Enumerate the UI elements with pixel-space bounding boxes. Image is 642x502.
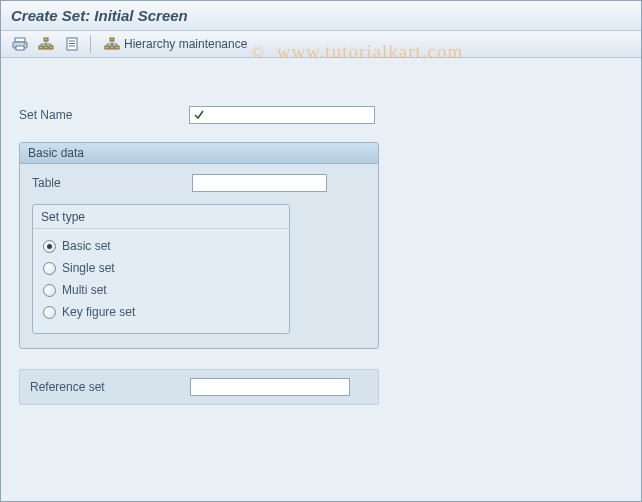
table-input[interactable] — [192, 174, 327, 192]
document-icon[interactable] — [61, 34, 83, 54]
basic-data-groupbox: Basic data Table Set type Basic set Sing… — [19, 142, 379, 349]
set-type-header: Set type — [33, 205, 289, 229]
title-bar: Create Set: Initial Screen — [1, 1, 641, 31]
page-title: Create Set: Initial Screen — [11, 7, 188, 24]
toolbar-separator — [90, 35, 91, 53]
radio-key-figure-set[interactable]: Key figure set — [43, 301, 279, 323]
svg-rect-5 — [39, 46, 43, 49]
svg-rect-12 — [110, 38, 114, 41]
radio-label: Multi set — [62, 283, 107, 297]
svg-point-3 — [24, 43, 26, 45]
svg-rect-14 — [110, 46, 114, 49]
set-name-label: Set Name — [19, 108, 189, 122]
toolbar: Hierarchy maintenance — [1, 31, 641, 58]
radio-icon — [43, 284, 56, 297]
set-name-row: Set Name — [19, 106, 623, 124]
svg-rect-6 — [44, 46, 48, 49]
basic-data-header: Basic data — [20, 143, 378, 164]
set-name-checkbox[interactable] — [189, 106, 207, 124]
content-area: Set Name Basic data Table Set type — [1, 58, 641, 415]
table-label: Table — [32, 176, 192, 190]
reference-set-row: Reference set — [19, 369, 379, 405]
radio-basic-set[interactable]: Basic set — [43, 235, 279, 257]
hierarchy-maintenance-button[interactable]: Hierarchy maintenance — [98, 35, 253, 53]
radio-icon — [43, 306, 56, 319]
radio-multi-set[interactable]: Multi set — [43, 279, 279, 301]
set-name-input[interactable] — [207, 106, 375, 124]
radio-label: Key figure set — [62, 305, 135, 319]
svg-rect-0 — [15, 38, 25, 42]
reference-set-input[interactable] — [190, 378, 350, 396]
print-icon[interactable] — [9, 34, 31, 54]
hierarchy-maintenance-label: Hierarchy maintenance — [124, 37, 247, 51]
svg-rect-15 — [115, 46, 119, 49]
radio-single-set[interactable]: Single set — [43, 257, 279, 279]
set-type-groupbox: Set type Basic set Single set Multi set — [32, 204, 290, 334]
svg-rect-4 — [44, 38, 48, 41]
svg-rect-2 — [16, 46, 24, 50]
radio-icon — [43, 262, 56, 275]
hierarchy-icon[interactable] — [35, 34, 57, 54]
radio-label: Single set — [62, 261, 115, 275]
svg-rect-13 — [105, 46, 109, 49]
reference-set-label: Reference set — [30, 380, 190, 394]
svg-rect-7 — [49, 46, 53, 49]
table-field-row: Table — [32, 174, 366, 192]
radio-label: Basic set — [62, 239, 111, 253]
radio-icon — [43, 240, 56, 253]
